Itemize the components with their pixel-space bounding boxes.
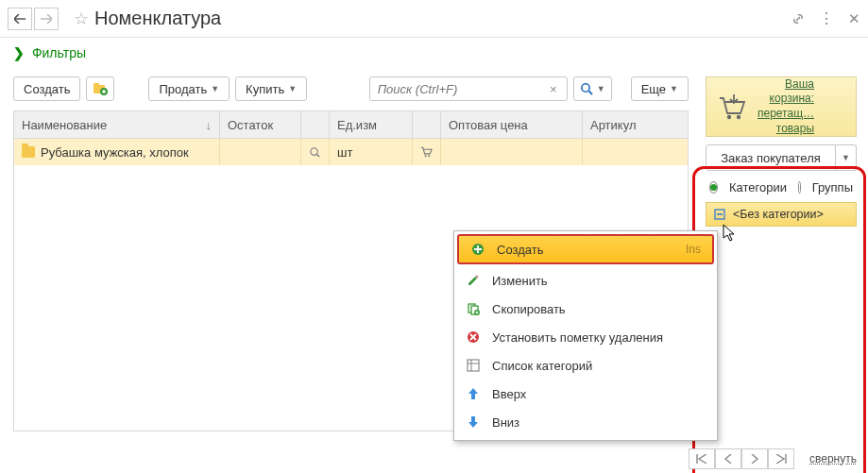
favorite-star-icon[interactable]: ☆ bbox=[74, 8, 89, 29]
ctx-mark-delete[interactable]: Установить пометку удаления bbox=[454, 323, 717, 351]
ctx-category-list[interactable]: Список категорий bbox=[454, 351, 717, 380]
collapse-link[interactable]: свернуть bbox=[809, 452, 857, 465]
col-search-cell bbox=[301, 111, 330, 138]
col-article[interactable]: Артикул bbox=[583, 111, 688, 138]
row-unit: шт bbox=[337, 145, 352, 160]
nav-last-button[interactable] bbox=[768, 448, 794, 469]
list-icon bbox=[466, 359, 481, 372]
link-icon[interactable] bbox=[791, 11, 806, 26]
ctx-edit[interactable]: Изменить bbox=[454, 266, 717, 295]
chevron-right-icon: ❯ bbox=[13, 45, 25, 60]
svg-point-6 bbox=[428, 155, 430, 157]
order-button[interactable]: Заказ покупателя bbox=[706, 144, 836, 171]
ctx-create[interactable]: Создать Ins bbox=[457, 234, 714, 264]
context-menu: Создать Ins Изменить Скопировать Установ… bbox=[453, 230, 718, 441]
col-cart-cell bbox=[413, 111, 441, 138]
pencil-icon bbox=[466, 274, 481, 287]
col-unit[interactable]: Ед.изм bbox=[330, 111, 413, 138]
nav-first-button[interactable] bbox=[689, 448, 715, 469]
search-input[interactable] bbox=[376, 81, 546, 97]
delete-mark-icon bbox=[466, 330, 481, 344]
arrow-left-icon bbox=[14, 14, 26, 24]
tree-item-no-category[interactable]: <Без категории> bbox=[706, 202, 857, 227]
mode-categories-label: Категории bbox=[729, 180, 787, 194]
toolbar: Создать Продать▼ Купить▼ × ▼ Еще▼ bbox=[13, 73, 689, 110]
ctx-shortcut: Ins bbox=[686, 243, 701, 256]
col-price[interactable]: Оптовая цена bbox=[441, 111, 583, 138]
more-button[interactable]: Еще▼ bbox=[631, 76, 689, 101]
cart-links[interactable]: Ваша корзина: перетащ… товары bbox=[757, 77, 814, 136]
close-icon[interactable]: ✕ bbox=[848, 10, 860, 27]
new-folder-icon bbox=[93, 82, 108, 95]
row-name: Рубашка мужская, хлопок bbox=[41, 145, 189, 160]
plus-circle-icon bbox=[470, 243, 485, 256]
arrow-up-icon bbox=[466, 387, 481, 400]
sell-button[interactable]: Продать▼ bbox=[148, 76, 230, 101]
footer-nav bbox=[689, 448, 794, 469]
cart-icon[interactable] bbox=[420, 146, 433, 158]
svg-point-4 bbox=[311, 147, 317, 154]
mode-groups-radio[interactable] bbox=[798, 181, 801, 194]
collapse-icon bbox=[714, 209, 725, 220]
magnifier-icon bbox=[580, 82, 593, 95]
col-name[interactable]: Наименование ↓ bbox=[14, 111, 220, 138]
ctx-move-down[interactable]: Вниз bbox=[454, 408, 717, 436]
svg-rect-1 bbox=[94, 83, 99, 86]
copy-icon bbox=[466, 302, 481, 315]
filters-label: Фильтры bbox=[32, 45, 86, 60]
search-box: × bbox=[369, 76, 568, 101]
cart-large-icon bbox=[716, 93, 750, 121]
nav-back-button[interactable] bbox=[8, 8, 32, 30]
mode-groups-label: Группы bbox=[812, 180, 853, 194]
svg-point-7 bbox=[727, 115, 731, 119]
order-dropdown[interactable]: ▼ bbox=[836, 144, 857, 171]
nav-forward-button[interactable] bbox=[34, 8, 59, 30]
arrow-right-icon bbox=[41, 14, 52, 24]
svg-point-5 bbox=[425, 155, 427, 157]
svg-point-3 bbox=[582, 84, 589, 92]
ctx-copy[interactable]: Скопировать bbox=[454, 295, 717, 323]
buy-button[interactable]: Купить▼ bbox=[235, 76, 307, 101]
table-row[interactable]: Рубашка мужская, хлопок шт bbox=[14, 139, 688, 165]
create-button[interactable]: Создать bbox=[13, 76, 80, 101]
create-folder-button[interactable] bbox=[86, 76, 114, 101]
sort-indicator-icon: ↓ bbox=[206, 118, 213, 132]
kebab-menu-icon[interactable]: ⋮ bbox=[819, 9, 835, 27]
tree-item-label: <Без категории> bbox=[733, 208, 824, 221]
filters-toggle[interactable]: ❯ Фильтры bbox=[0, 38, 868, 73]
table-header: Наименование ↓ Остаток Ед.изм Оптовая це… bbox=[13, 110, 689, 139]
page-title: Номенклатура bbox=[94, 8, 791, 29]
cart-panel: Ваша корзина: перетащ… товары bbox=[706, 76, 857, 137]
arrow-down-icon bbox=[466, 415, 481, 429]
svg-rect-15 bbox=[468, 360, 479, 371]
nav-prev-button[interactable] bbox=[715, 448, 741, 469]
ctx-move-up[interactable]: Вверх bbox=[454, 380, 717, 408]
nav-next-button[interactable] bbox=[741, 448, 768, 469]
col-stock[interactable]: Остаток bbox=[220, 111, 301, 138]
magnifier-icon[interactable] bbox=[309, 146, 321, 159]
title-bar: ☆ Номенклатура ⋮ ✕ bbox=[0, 0, 868, 38]
clear-search-icon[interactable]: × bbox=[546, 82, 561, 96]
search-button[interactable]: ▼ bbox=[573, 76, 612, 101]
folder-icon bbox=[22, 146, 35, 158]
svg-point-8 bbox=[737, 115, 740, 119]
mode-categories-radio[interactable] bbox=[709, 181, 718, 194]
